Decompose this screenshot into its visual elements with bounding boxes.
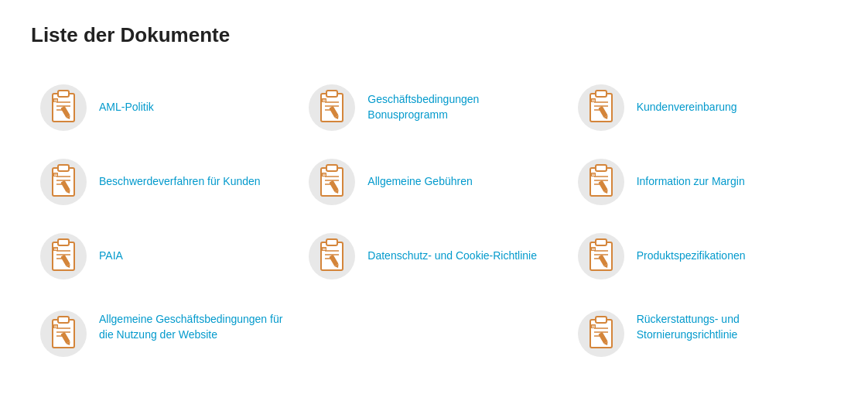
geschaeftsbedingungen-bonusprogramm-link[interactable]: Geschäftsbedingungen Bonusprogramm — [367, 83, 560, 132]
svg-rect-46 — [326, 165, 337, 171]
clipboard-icon — [307, 83, 357, 132]
svg-rect-2 — [58, 91, 69, 97]
svg-rect-35 — [58, 165, 69, 171]
svg-rect-17 — [322, 98, 326, 102]
clipboard-icon — [576, 83, 626, 132]
svg-rect-24 — [596, 91, 607, 97]
kundenvereinbarung-link[interactable]: Kundenvereinbarung — [637, 83, 737, 132]
clipboard-icon — [307, 157, 357, 207]
aml-politik-link[interactable]: AML-Politik — [99, 83, 154, 132]
clipboard-icon — [576, 157, 626, 207]
documents-grid: AML-Politik Geschäftsbedingungen Bonuspr… — [31, 70, 837, 371]
svg-rect-72 — [53, 247, 58, 251]
list-item: Beschwerdeverfahren für Kunden — [31, 145, 299, 219]
clipboard-icon — [39, 309, 88, 358]
list-item: Allgemeine Gebühren — [299, 145, 568, 219]
svg-rect-90 — [596, 239, 607, 245]
beschwerdeverfahren-link[interactable]: Beschwerdeverfahren für Kunden — [99, 157, 261, 207]
information-zur-margin-link[interactable]: Information zur Margin — [637, 157, 745, 207]
clipboard-icon — [307, 231, 357, 281]
svg-rect-28 — [591, 98, 596, 102]
svg-rect-94 — [591, 247, 596, 251]
page-title: Liste der Dokumente — [31, 23, 837, 47]
produktspezifikationen-link[interactable]: Produktspezifikationen — [637, 231, 746, 281]
rueckerstattungs-stornierungsrichtlinie-link[interactable]: Rückerstattungs- und Stornierungsrichtli… — [637, 309, 829, 342]
svg-rect-112 — [596, 317, 607, 323]
list-item: AML-Politik — [31, 70, 299, 145]
svg-rect-6 — [53, 98, 58, 102]
paia-link[interactable]: PAIA — [99, 231, 123, 281]
list-item: PAIA — [31, 219, 299, 293]
clipboard-icon — [576, 231, 626, 281]
svg-rect-83 — [322, 247, 326, 251]
svg-rect-57 — [596, 165, 607, 171]
svg-rect-50 — [322, 173, 326, 177]
list-item: Rückerstattungs- und Stornierungsrichtli… — [569, 293, 837, 371]
list-item: Geschäftsbedingungen Bonusprogramm — [299, 70, 568, 145]
svg-rect-68 — [58, 239, 69, 245]
list-item: Produktspezifikationen — [569, 219, 837, 293]
list-item: Kundenvereinbarung — [569, 70, 837, 145]
clipboard-icon — [39, 231, 88, 281]
list-item: Datenschutz- und Cookie-Richtlinie — [299, 219, 568, 293]
allgemeine-geschaeftsbedingungen-link[interactable]: Allgemeine Geschäftsbedingungen für die … — [99, 309, 292, 342]
clipboard-icon — [576, 309, 626, 358]
svg-rect-61 — [591, 173, 596, 177]
allgemeine-gebuehren-link[interactable]: Allgemeine Gebühren — [367, 157, 472, 207]
svg-rect-101 — [58, 317, 69, 323]
clipboard-icon — [39, 83, 88, 132]
svg-rect-13 — [326, 91, 337, 97]
svg-rect-79 — [326, 239, 337, 245]
empty-cell — [299, 293, 568, 371]
list-item: Information zur Margin — [569, 145, 837, 219]
svg-rect-116 — [591, 324, 596, 328]
datenschutz-cookie-link[interactable]: Datenschutz- und Cookie-Richtlinie — [367, 231, 537, 281]
svg-rect-105 — [53, 324, 58, 328]
list-item: Allgemeine Geschäftsbedingungen für die … — [31, 293, 299, 371]
svg-rect-39 — [53, 173, 58, 177]
clipboard-icon — [39, 157, 88, 207]
